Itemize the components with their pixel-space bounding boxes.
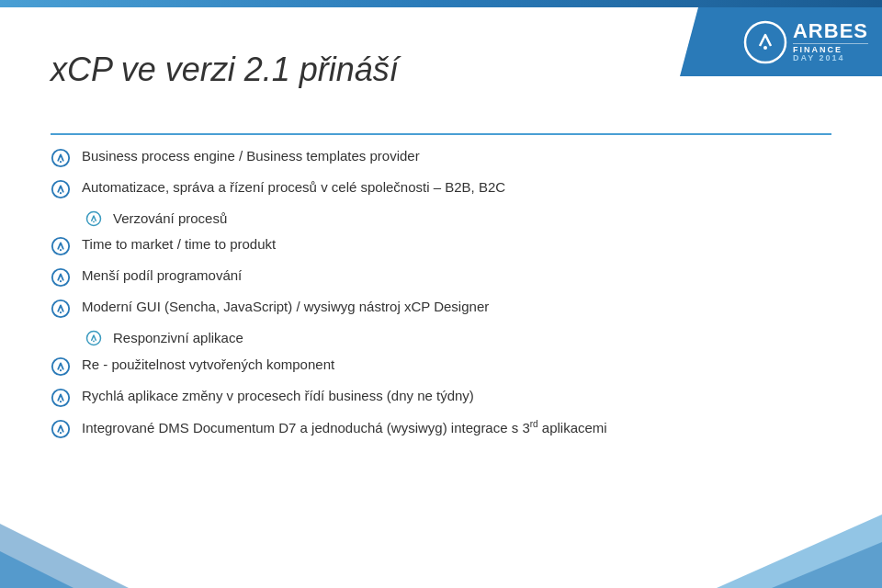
top-bar [0, 0, 882, 7]
svg-point-21 [60, 432, 62, 434]
svg-point-16 [52, 357, 69, 374]
svg-point-17 [60, 369, 62, 371]
list-item: Integrované DMS Documentum D7 a jednoduc… [51, 418, 831, 439]
list-item: Verzování procesů [85, 209, 831, 228]
logo-brand-name: ARBES [793, 21, 868, 41]
arbes-logo: ARBES FINANCE DAY 2014 [743, 20, 868, 64]
svg-point-4 [52, 181, 69, 198]
list-item: Automatizace, správa a řízení procesů v … [51, 178, 831, 199]
list-item: Menší podíl programování [51, 266, 831, 288]
svg-point-12 [52, 300, 69, 317]
bullet-icon [51, 267, 71, 288]
svg-point-9 [60, 249, 62, 251]
logo-icon [743, 20, 787, 64]
bullet-text: Time to market / time to produkt [82, 235, 831, 254]
logo-sub2: DAY 2014 [793, 54, 845, 62]
svg-point-19 [60, 401, 62, 402]
svg-point-15 [93, 341, 95, 343]
bullet-text: Automatizace, správa a řízení procesů v … [82, 178, 831, 197]
svg-point-2 [52, 150, 69, 166]
bullet-list: Business process engine / Business templ… [51, 147, 831, 439]
list-item: Moderní GUI (Sencha, JavaScript) / wysiw… [51, 298, 831, 319]
svg-marker-23 [0, 524, 129, 588]
page-title: xCP ve verzi 2.1 přináší [51, 51, 399, 89]
svg-point-0 [745, 22, 786, 62]
bullet-icon [51, 388, 71, 408]
bullet-text: Responzivní aplikace [113, 329, 831, 347]
svg-point-3 [60, 161, 62, 163]
bullet-text: Moderní GUI (Sencha, JavaScript) / wysiw… [82, 298, 831, 316]
bottom-right-decoration [625, 478, 882, 588]
bullet-text: Menší podíl programování [82, 266, 831, 285]
bullet-text: Business process engine / Business templ… [82, 147, 831, 165]
svg-point-6 [87, 212, 101, 226]
svg-point-7 [93, 220, 95, 222]
bullet-icon [51, 356, 71, 377]
svg-point-5 [60, 192, 62, 194]
list-item: Time to market / time to produkt [51, 235, 831, 256]
bullet-text: Verzování procesů [113, 209, 831, 228]
svg-point-8 [52, 238, 69, 254]
bullet-icon [85, 330, 102, 346]
logo-divider [793, 43, 868, 44]
svg-point-18 [52, 389, 69, 405]
svg-point-11 [60, 280, 62, 282]
bullet-icon [51, 179, 71, 199]
logo-area: ARBES FINANCE DAY 2014 [680, 7, 882, 76]
bullet-text: Rychlá aplikace změny v procesech řídí b… [82, 387, 831, 405]
bullet-text: Integrované DMS Documentum D7 a jednoduc… [82, 418, 831, 437]
list-item: Business process engine / Business templ… [51, 147, 831, 168]
list-item: Re - použitelnost vytvořených komponent [51, 356, 831, 377]
logo-background: ARBES FINANCE DAY 2014 [680, 7, 882, 76]
svg-point-10 [52, 269, 69, 286]
list-item: Rychlá aplikace změny v procesech řídí b… [51, 387, 831, 408]
logo-text-area: ARBES FINANCE DAY 2014 [793, 21, 868, 62]
bottom-left-decoration [0, 496, 184, 588]
bullet-icon [51, 148, 71, 168]
bullet-icon [51, 236, 71, 256]
svg-point-20 [52, 420, 69, 436]
title-divider [51, 133, 831, 135]
svg-point-14 [87, 332, 101, 345]
bullet-icon [51, 419, 71, 439]
bullet-icon [51, 299, 71, 319]
bullet-icon [85, 210, 102, 227]
svg-point-13 [60, 311, 62, 313]
content-area: Business process engine / Business templ… [51, 147, 831, 514]
list-item: Responzivní aplikace [85, 329, 831, 347]
svg-point-1 [763, 46, 767, 50]
bullet-text: Re - použitelnost vytvořených komponent [82, 356, 831, 374]
